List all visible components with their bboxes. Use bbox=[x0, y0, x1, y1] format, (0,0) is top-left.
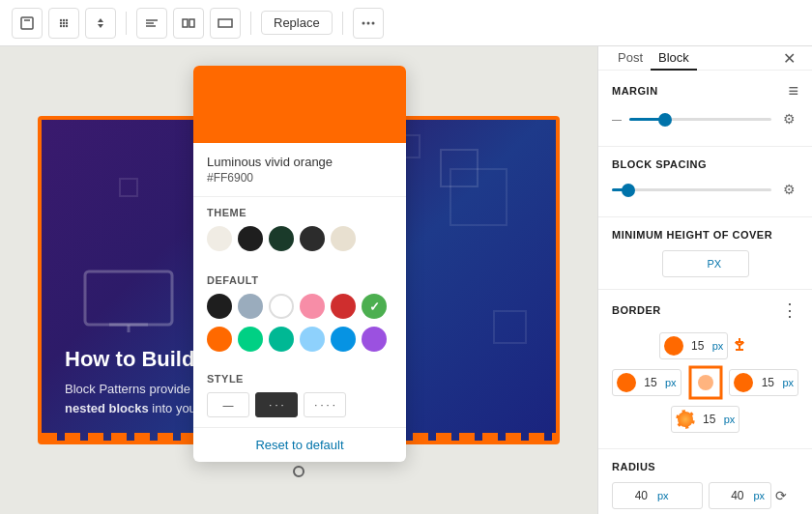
reset-button[interactable]: Reset to default bbox=[193, 427, 406, 462]
min-height-input-group: PX bbox=[662, 250, 749, 277]
border-top-input[interactable]: 15 px bbox=[659, 332, 729, 359]
swatch-light-blue[interactable] bbox=[300, 327, 325, 352]
drag-button[interactable] bbox=[48, 8, 79, 39]
divider2 bbox=[250, 12, 251, 35]
swatch-pale-pink[interactable] bbox=[300, 294, 325, 319]
replace-button[interactable]: Replace bbox=[261, 11, 333, 35]
more-options-button[interactable] bbox=[353, 8, 384, 39]
min-height-px-label: PX bbox=[702, 258, 728, 270]
color-preview bbox=[193, 66, 406, 143]
color-hex: #FF6900 bbox=[207, 171, 392, 185]
margin-track[interactable] bbox=[629, 118, 771, 121]
layout-button[interactable] bbox=[173, 8, 204, 39]
radius-tl-input[interactable]: px bbox=[612, 482, 703, 509]
spacing-title: BLOCK SPACING bbox=[612, 158, 707, 170]
main-area: W How to Build WordPress B Block Pattern… bbox=[0, 46, 812, 514]
color-info: Luminous vivid orange #FF6900 bbox=[193, 143, 406, 197]
block-spacing-section: BLOCK SPACING ⚙ bbox=[598, 147, 812, 217]
swatch-black2[interactable] bbox=[207, 294, 232, 319]
swatch-black[interactable] bbox=[238, 226, 263, 251]
svg-rect-13 bbox=[218, 19, 232, 27]
border-bottom-color[interactable] bbox=[676, 410, 695, 429]
margin-slider-row: — ⚙ bbox=[612, 109, 798, 128]
border-right-px: px bbox=[778, 377, 798, 388]
margin-menu-icon[interactable]: ≡ bbox=[788, 82, 798, 100]
style-dotted[interactable]: · · · · bbox=[304, 392, 346, 417]
radius-tr-input[interactable]: px bbox=[709, 482, 772, 509]
default-section: DEFAULT bbox=[193, 265, 406, 365]
swatch-blue[interactable] bbox=[331, 327, 356, 352]
min-height-header: MINIMUM HEIGHT OF COVER bbox=[612, 229, 798, 241]
swatch-green-cyan[interactable] bbox=[238, 327, 263, 352]
border-link-top[interactable] bbox=[728, 332, 751, 359]
divider1 bbox=[126, 12, 127, 35]
margin-settings-icon[interactable]: ⚙ bbox=[779, 109, 798, 128]
divider3 bbox=[342, 12, 343, 35]
border-left-value: 15 bbox=[640, 376, 661, 389]
border-menu-icon[interactable]: ⋮ bbox=[781, 301, 798, 319]
style-dashed[interactable]: · · · bbox=[255, 392, 298, 417]
tab-block[interactable]: Block bbox=[651, 47, 697, 71]
swatch-red[interactable] bbox=[331, 294, 356, 319]
monitor-icon bbox=[80, 267, 177, 334]
border-link-icon bbox=[732, 336, 747, 356]
min-height-input[interactable] bbox=[663, 257, 702, 271]
min-height-title: MINIMUM HEIGHT OF COVER bbox=[612, 229, 772, 241]
radius-tl-field[interactable] bbox=[613, 489, 652, 502]
border-top-row: 15 px bbox=[612, 332, 798, 359]
radius-link-icon[interactable]: ⟳ bbox=[775, 488, 787, 503]
border-bottom-value: 15 bbox=[699, 413, 720, 426]
svg-rect-19 bbox=[85, 271, 172, 325]
svg-point-8 bbox=[60, 24, 62, 26]
canvas: W How to Build WordPress B Block Pattern… bbox=[0, 46, 597, 514]
spacing-slider-row: ⚙ bbox=[612, 180, 798, 199]
style-solid[interactable]: — bbox=[207, 392, 249, 417]
border-left-px: px bbox=[661, 377, 681, 388]
spacing-settings-icon[interactable]: ⚙ bbox=[779, 180, 798, 199]
border-middle-row: 15 px 15 px bbox=[612, 363, 798, 402]
transform-button[interactable] bbox=[12, 8, 43, 39]
radius-header: RADIUS bbox=[612, 461, 798, 472]
swatch-purple[interactable] bbox=[362, 327, 387, 352]
radius-tr-field[interactable] bbox=[710, 489, 748, 502]
margin-thumb[interactable] bbox=[658, 113, 672, 127]
swatch-vivid-green[interactable] bbox=[269, 327, 294, 352]
fullwidth-button[interactable] bbox=[210, 8, 241, 39]
radius-grid: px px ⟳ px px bbox=[612, 482, 798, 514]
close-panel-button[interactable]: ✕ bbox=[777, 46, 800, 70]
border-bottom-px: px bbox=[720, 414, 740, 425]
swatch-white[interactable] bbox=[269, 294, 294, 319]
border-bottom-input[interactable]: 15 px bbox=[671, 406, 740, 433]
swatch-dark-gray[interactable] bbox=[300, 226, 325, 251]
swatch-gray-blue[interactable] bbox=[238, 294, 263, 319]
svg-point-23 bbox=[698, 375, 713, 390]
border-visual-container: 15 px 15 px bbox=[612, 328, 798, 437]
radius-title: RADIUS bbox=[612, 461, 655, 472]
border-left-color[interactable] bbox=[617, 373, 636, 392]
border-top-value: 15 bbox=[687, 339, 709, 353]
swatch-dark-green[interactable] bbox=[269, 226, 294, 251]
svg-rect-12 bbox=[189, 19, 194, 27]
min-height-section: MINIMUM HEIGHT OF COVER PX bbox=[598, 217, 812, 290]
radius-tl-px: px bbox=[652, 490, 675, 501]
border-top-color[interactable] bbox=[664, 336, 683, 356]
swatch-orange[interactable] bbox=[207, 327, 232, 352]
align-button[interactable] bbox=[136, 8, 167, 39]
swatch-green[interactable] bbox=[362, 294, 387, 319]
panel-tabs: Post Block ✕ bbox=[598, 46, 812, 71]
border-top-px: px bbox=[709, 340, 728, 352]
border-right-color[interactable] bbox=[734, 373, 753, 392]
border-right-value: 15 bbox=[757, 376, 778, 389]
svg-point-16 bbox=[371, 21, 374, 24]
spacing-track[interactable] bbox=[612, 188, 771, 191]
swatch-beige[interactable] bbox=[207, 226, 232, 251]
margin-small-icon: — bbox=[612, 114, 622, 125]
border-right-input[interactable]: 15 px bbox=[729, 369, 798, 396]
spacing-thumb[interactable] bbox=[622, 184, 635, 197]
move-updown-button[interactable] bbox=[85, 8, 116, 39]
border-title: Border bbox=[612, 304, 661, 316]
tab-post[interactable]: Post bbox=[610, 47, 651, 71]
swatch-light-beige[interactable] bbox=[331, 226, 356, 251]
default-swatches-row2 bbox=[207, 327, 392, 352]
border-left-input[interactable]: 15 px bbox=[612, 369, 682, 396]
